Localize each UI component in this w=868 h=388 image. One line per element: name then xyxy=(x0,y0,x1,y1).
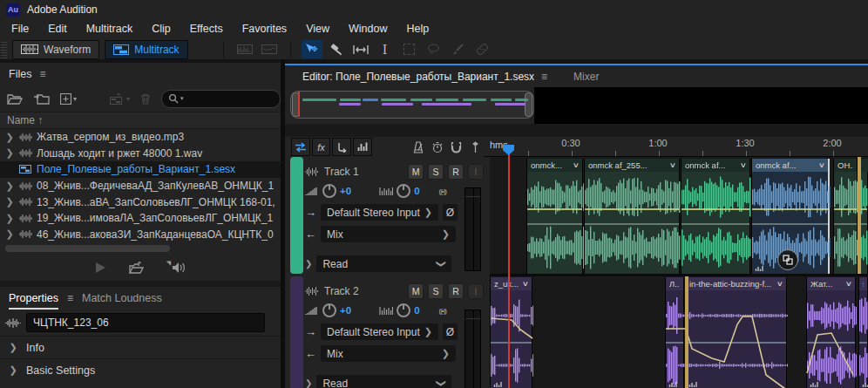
menu-effects[interactable]: Effects xyxy=(180,19,233,38)
section-basic-settings[interactable]: ❯ Basic Settings xyxy=(0,358,281,381)
time-selection-tool-button[interactable]: I xyxy=(375,40,396,58)
tab-editor[interactable]: Editor: Поле_Полевые_работы_Вариант_1.se… xyxy=(302,71,534,88)
expand-chevron-icon[interactable]: ❯ xyxy=(0,147,19,159)
clip-track2[interactable]: Л... xyxy=(665,277,684,388)
expand-chevron-icon[interactable]: ❯ xyxy=(0,132,19,143)
expand-chevron-icon[interactable]: ❯ xyxy=(0,213,19,224)
clip-header[interactable]: onmck af...∨ xyxy=(752,159,828,172)
track2-lane[interactable]: z_uk...∨Л...in-the-attic-buzzing-f...∨Жа… xyxy=(490,276,868,388)
tab-match-loudness[interactable]: Match Loudness xyxy=(82,292,162,304)
clip-track1[interactable]: onmck af...∨ xyxy=(681,159,750,274)
file-row[interactable]: ❯Лошадь ходит и ржет 48000 1.wav xyxy=(0,146,281,162)
track1-color-strip[interactable] xyxy=(290,157,303,274)
menu-favorites[interactable]: Favorites xyxy=(233,19,296,38)
solo-button[interactable]: S xyxy=(428,164,444,180)
clip-track2[interactable]: in-the-attic-buzzing-f...∨ xyxy=(685,277,787,388)
auto-play-icon[interactable] xyxy=(129,262,144,274)
automation-expand-icon[interactable]: ❯ xyxy=(305,259,312,269)
file-row[interactable]: ❯08_Жнив...ФедичеваАД_ЗапКулевАВ_ОНМЦК_1 xyxy=(0,178,281,194)
clip-track1[interactable]: ОН... xyxy=(833,159,858,274)
clip-selected[interactable]: onmck af...∨ xyxy=(751,159,830,274)
expand-chevron-icon[interactable]: ❯ xyxy=(0,228,19,240)
clip-name-field[interactable]: ЧЦТНК_123_06 xyxy=(26,313,265,332)
track-routing-button[interactable] xyxy=(332,138,351,156)
section-info[interactable]: ❯ Info xyxy=(0,336,281,358)
clip-track1[interactable]: onmck...∨ xyxy=(526,159,583,274)
input-selector[interactable]: Default Stereo Input❯ xyxy=(321,323,438,340)
output-selector[interactable]: Mix❯ xyxy=(321,226,456,242)
volume-envelope[interactable] xyxy=(834,208,857,210)
menu-multitrack[interactable]: Multitrack xyxy=(77,19,142,38)
volume-envelope[interactable] xyxy=(491,277,533,388)
clip-track1[interactable]: onmck af_255...∨ xyxy=(584,159,680,274)
name-column-header[interactable]: Name ↑ xyxy=(0,112,281,129)
file-row[interactable]: Поле_Полевые_работы_Вариант_1.sesx xyxy=(0,161,281,178)
monitoring-icon[interactable]: ((•)) xyxy=(439,187,446,195)
monitor-input-button[interactable]: I xyxy=(468,164,484,180)
automation-expand-icon[interactable]: ❯ xyxy=(305,378,312,388)
menu-help[interactable]: Help xyxy=(397,19,438,38)
clip-menu-chevron-icon[interactable]: ∨ xyxy=(818,161,825,169)
phase-invert-button[interactable]: Ø xyxy=(443,204,458,221)
timeline-ruler[interactable]: hms 0:301:001:302:00 xyxy=(484,137,868,157)
clip-menu-chevron-icon[interactable]: ∨ xyxy=(669,161,676,169)
volume-envelope[interactable] xyxy=(527,208,582,210)
clip-track2[interactable]: sur... xyxy=(858,277,868,388)
record-arm-button[interactable]: R xyxy=(448,283,464,299)
toolbar-grip[interactable] xyxy=(1,40,7,58)
automation-mode-selector[interactable]: Read❯ xyxy=(316,255,451,272)
volume-value[interactable]: +0 xyxy=(340,186,351,196)
volume-envelope[interactable] xyxy=(686,277,788,388)
play-button[interactable] xyxy=(95,262,106,274)
menu-edit[interactable]: Edit xyxy=(38,19,77,38)
volume-knob[interactable] xyxy=(322,303,336,317)
editor-menu-icon[interactable]: ≡ xyxy=(541,71,547,83)
clip-menu-chevron-icon[interactable]: ∨ xyxy=(573,161,580,169)
clip-track1[interactable]: КЦ xyxy=(860,159,868,274)
razor-tool-button[interactable] xyxy=(326,40,347,58)
pan-knob[interactable] xyxy=(397,303,410,317)
tab-mixer[interactable]: Mixer xyxy=(573,71,599,83)
clip-header[interactable]: onmck af...∨ xyxy=(682,159,749,172)
clip-header[interactable]: sur... xyxy=(859,277,867,290)
volume-envelope[interactable] xyxy=(585,208,679,210)
track-name[interactable]: Track 2 xyxy=(324,285,359,297)
mute-button[interactable]: M xyxy=(408,283,424,299)
track2-color-strip[interactable] xyxy=(290,276,303,388)
clip-header[interactable]: onmck...∨ xyxy=(527,159,582,172)
clip-track2[interactable]: z_uk...∨ xyxy=(490,277,532,388)
slip-tool-button[interactable] xyxy=(350,40,371,58)
volume-envelope[interactable] xyxy=(752,208,828,210)
effects-rack-button[interactable]: fx xyxy=(312,138,331,156)
file-row[interactable]: ❯46_Жнив...аковаЗИ_ЗапКаданцеваОА_КЦНТК_… xyxy=(0,227,281,243)
skip-selection-icon[interactable] xyxy=(429,139,446,155)
mute-button[interactable]: M xyxy=(408,164,424,180)
expand-chevron-icon[interactable]: ❯ xyxy=(0,196,19,208)
marker-icon[interactable] xyxy=(466,139,484,155)
properties-menu-icon[interactable]: ≡ xyxy=(67,292,73,304)
volume-knob[interactable] xyxy=(322,184,336,198)
volume-envelope[interactable] xyxy=(861,208,867,210)
new-item-icon[interactable]: ▾ xyxy=(60,93,77,105)
clip-track2[interactable]: Жат...∨ xyxy=(806,277,856,388)
waveform-view-button[interactable]: Waveform xyxy=(12,40,99,59)
menu-view[interactable]: View xyxy=(296,19,339,38)
files-horizontal-scrollbar[interactable] xyxy=(5,245,170,252)
solo-button[interactable]: S xyxy=(428,283,444,299)
search-input[interactable]: ▾ xyxy=(161,90,281,108)
monitoring-icon[interactable]: ((•)) xyxy=(439,307,446,315)
file-row[interactable]: ❯13_Жнив...аВА_ЗапСоловьевЛГ_ОНМЦК 168-0… xyxy=(0,194,281,210)
pan-value[interactable]: 0 xyxy=(414,186,419,196)
tab-properties[interactable]: Properties xyxy=(9,292,58,310)
volume-envelope[interactable] xyxy=(807,277,857,388)
menu-file[interactable]: File xyxy=(2,19,38,38)
output-selector[interactable]: Mix❯ xyxy=(321,345,456,362)
phase-invert-button[interactable]: Ø xyxy=(443,323,458,340)
clip-header[interactable]: ОН... xyxy=(834,159,857,172)
volume-value[interactable]: +0 xyxy=(340,305,351,316)
track-name[interactable]: Track 1 xyxy=(324,166,359,178)
audition-output-button[interactable]: ◥ xyxy=(166,262,186,274)
zoom-navigator[interactable] xyxy=(290,91,534,119)
record-arm-button[interactable]: R xyxy=(448,164,464,180)
track1-lane[interactable]: onmck...∨onmck af_255...∨onmck af...∨onm… xyxy=(490,157,868,274)
